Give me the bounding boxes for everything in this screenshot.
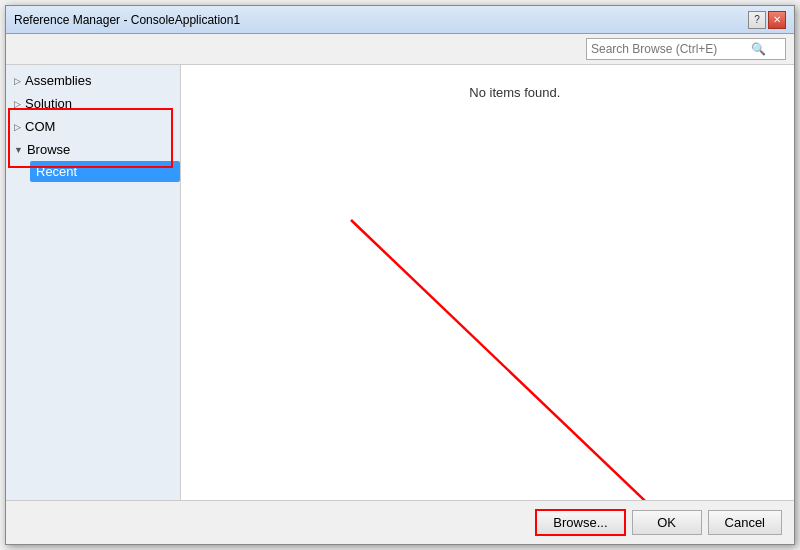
search-icon[interactable]: 🔍 (751, 42, 766, 56)
browse-button[interactable]: Browse... (535, 509, 625, 536)
browse-label: Browse (27, 142, 70, 157)
main-content: ▷ Assemblies ▷ Solution ▷ COM ▼ Browse (6, 65, 794, 500)
cancel-button[interactable]: Cancel (708, 510, 782, 535)
sidebar: ▷ Assemblies ▷ Solution ▷ COM ▼ Browse (6, 65, 181, 500)
no-items-message: No items found. (469, 85, 560, 100)
assemblies-label: Assemblies (25, 73, 91, 88)
search-bar: 🔍 (6, 34, 794, 65)
close-button[interactable]: ✕ (768, 11, 786, 29)
reference-manager-dialog: Reference Manager - ConsoleApplication1 … (5, 5, 795, 545)
com-label: COM (25, 119, 55, 134)
annotation-arrow (181, 65, 794, 500)
sidebar-item-solution[interactable]: ▷ Solution (6, 92, 180, 115)
help-button[interactable]: ? (748, 11, 766, 29)
title-bar: Reference Manager - ConsoleApplication1 … (6, 6, 794, 34)
solution-arrow: ▷ (14, 99, 21, 109)
sidebar-item-assemblies[interactable]: ▷ Assemblies (6, 69, 180, 92)
com-arrow: ▷ (14, 122, 21, 132)
title-bar-buttons: ? ✕ (748, 11, 786, 29)
sidebar-sub: Recent (6, 161, 180, 182)
search-input-wrapper[interactable]: 🔍 (586, 38, 786, 60)
dialog-title: Reference Manager - ConsoleApplication1 (14, 13, 240, 27)
sidebar-item-browse[interactable]: ▼ Browse (6, 138, 180, 161)
content-area: No items found. (181, 65, 794, 500)
assemblies-arrow: ▷ (14, 76, 21, 86)
search-input[interactable] (591, 42, 751, 56)
dialog-body: 🔍 ▷ Assemblies ▷ Solution ▷ COM (6, 34, 794, 500)
ok-button[interactable]: OK (632, 510, 702, 535)
browse-arrow: ▼ (14, 145, 23, 155)
solution-label: Solution (25, 96, 72, 111)
recent-label: Recent (36, 164, 77, 179)
sidebar-sub-item-recent[interactable]: Recent (30, 161, 180, 182)
svg-line-1 (351, 220, 686, 500)
footer: Browse... OK Cancel (6, 500, 794, 544)
sidebar-item-com[interactable]: ▷ COM (6, 115, 180, 138)
